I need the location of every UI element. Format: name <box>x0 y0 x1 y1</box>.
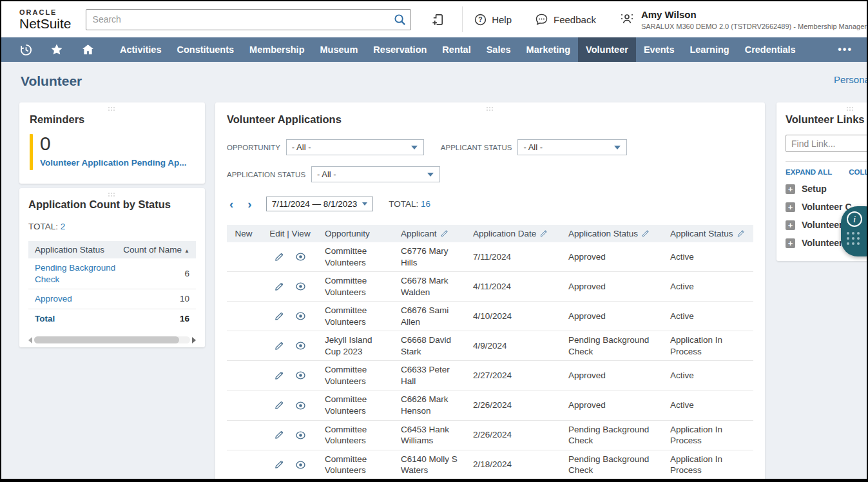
expand-plus-icon[interactable]: + <box>786 238 795 248</box>
cell-new <box>227 272 260 301</box>
expand-plus-icon[interactable]: + <box>786 184 795 194</box>
cell-new <box>227 242 260 271</box>
nav-tab-membership[interactable]: Membership <box>242 37 312 62</box>
view-icon[interactable] <box>295 340 306 351</box>
roles-icon <box>619 11 635 26</box>
application-count-title: Application Count by Status <box>28 198 196 211</box>
cell-applicant-status: Active <box>665 242 753 271</box>
dots-grid-icon[interactable] <box>847 232 862 247</box>
nav-tab-learning[interactable]: Learning <box>682 37 737 62</box>
nav-tab-constituents[interactable]: Constituents <box>169 37 242 62</box>
view-icon[interactable] <box>295 459 306 470</box>
view-icon[interactable] <box>295 251 306 262</box>
application-count-portlet: Application Count by Status TOTAL: 2 App… <box>19 188 205 347</box>
count-total-value[interactable]: 2 <box>61 222 66 231</box>
drag-handle-icon[interactable] <box>108 107 116 112</box>
drag-handle-icon[interactable] <box>847 107 854 112</box>
column-application-date[interactable]: Application Date <box>468 225 563 242</box>
search-input[interactable] <box>86 14 389 24</box>
volunteer-links-title: Volunteer Links <box>786 113 868 126</box>
cell-edit-view <box>260 450 320 479</box>
user-menu[interactable]: Amy Wilson SARALUX M360 DEMO 2.0 (TSTDRV… <box>619 9 867 30</box>
nav-tab-volunteer[interactable]: Volunteer <box>578 37 636 62</box>
netsuite-window: ORACLE NetSuite ? Help Feedback Amy Wils… <box>0 0 868 482</box>
column-application-status[interactable]: Application Status <box>563 225 665 242</box>
cell-opportunity: Committee Volunteers <box>320 421 396 450</box>
nav-tab-marketing[interactable]: Marketing <box>519 37 579 62</box>
applicant-status-filter-label: APPLICANT STATUS <box>441 144 512 151</box>
view-icon[interactable] <box>295 430 306 441</box>
scroll-left-icon[interactable] <box>28 337 32 343</box>
next-range-icon[interactable]: › <box>245 198 254 210</box>
logo-netsuite-text: NetSuite <box>19 17 72 30</box>
nav-tabs: ActivitiesConstituentsMembershipMuseumRe… <box>112 37 804 62</box>
view-icon[interactable] <box>295 370 306 381</box>
column-edit-view[interactable]: Edit | View <box>260 225 320 242</box>
edit-icon[interactable] <box>274 341 284 351</box>
edit-icon[interactable] <box>274 282 284 292</box>
nav-tab-activities[interactable]: Activities <box>112 37 169 62</box>
nav-more-button[interactable]: ••• <box>838 37 853 62</box>
date-range-select[interactable]: 7/11/2024 — 8/1/2023 <box>266 197 374 211</box>
find-link-input[interactable] <box>786 135 868 152</box>
apps-total-value[interactable]: 16 <box>421 199 430 209</box>
view-icon[interactable] <box>295 311 306 322</box>
drag-handle-icon[interactable] <box>108 193 116 198</box>
nav-tab-events[interactable]: Events <box>636 37 682 62</box>
help-button[interactable]: ? Help <box>474 14 512 26</box>
table-row: Committee VolunteersC6776 Mary Hills7/11… <box>227 242 753 272</box>
nav-tab-reservation[interactable]: Reservation <box>365 37 434 62</box>
scrollbar-thumb[interactable] <box>34 336 179 343</box>
cell-application-status: Pending Background Check <box>563 421 665 450</box>
status-link[interactable]: Approved <box>35 293 72 305</box>
help-label: Help <box>492 14 512 25</box>
home-icon[interactable] <box>72 37 103 62</box>
cell-applicant-status: Active <box>665 302 753 331</box>
links-tree-item[interactable]: +Setup <box>786 184 868 194</box>
cell-applicant-status: Active <box>665 361 753 390</box>
horizontal-scrollbar <box>28 336 196 344</box>
edit-icon[interactable] <box>274 252 284 262</box>
edit-icon[interactable] <box>274 400 284 410</box>
reminder-link[interactable]: Volunteer Application Pending Ap... <box>40 158 187 168</box>
column-applicant[interactable]: Applicant <box>396 225 468 242</box>
nav-tab-credentials[interactable]: Credentials <box>737 37 804 62</box>
view-icon[interactable] <box>295 281 306 292</box>
edit-icon[interactable] <box>274 430 284 440</box>
column-new[interactable]: New <box>227 225 260 242</box>
personalize-link[interactable]: Personal <box>834 74 868 85</box>
applicant-status-filter-select[interactable]: - All - <box>517 139 627 155</box>
application-status-filter-select[interactable]: - All - <box>311 166 440 182</box>
recent-records-icon[interactable] <box>10 37 41 62</box>
floating-info-widget[interactable]: i <box>841 206 868 256</box>
column-count-of-name[interactable]: Count of Name▲ <box>123 245 189 255</box>
edit-icon[interactable] <box>274 371 284 381</box>
column-opportunity[interactable]: Opportunity <box>320 225 396 242</box>
quick-add-icon[interactable] <box>430 12 445 27</box>
feedback-button[interactable]: Feedback <box>535 13 596 26</box>
info-icon[interactable]: i <box>847 211 862 227</box>
table-row: Committee VolunteersC6678 Mark Walden4/1… <box>227 272 753 302</box>
oracle-netsuite-logo[interactable]: ORACLE NetSuite <box>19 9 72 30</box>
opportunity-filter-select[interactable]: - All - <box>286 139 424 155</box>
scroll-right-icon[interactable] <box>192 337 196 343</box>
nav-tab-sales[interactable]: Sales <box>479 37 519 62</box>
edit-icon[interactable] <box>274 311 284 322</box>
nav-tab-rental[interactable]: Rental <box>434 37 478 62</box>
cell-edit-view <box>260 302 320 331</box>
view-icon[interactable] <box>295 400 306 411</box>
shortcuts-star-icon[interactable] <box>41 37 72 62</box>
drag-handle-icon[interactable] <box>487 107 494 112</box>
expand-all-link[interactable]: EXPAND ALL <box>786 168 832 176</box>
search-icon[interactable] <box>389 14 410 26</box>
column-application-status[interactable]: Application Status <box>35 245 104 255</box>
column-applicant-status[interactable]: Applicant Status <box>665 225 753 242</box>
collapse-all-link[interactable]: COLLAPSE <box>849 168 868 176</box>
edit-icon[interactable] <box>274 459 284 470</box>
count-total-label: TOTAL: <box>28 222 58 231</box>
expand-plus-icon[interactable]: + <box>786 202 795 212</box>
nav-tab-museum[interactable]: Museum <box>313 37 366 62</box>
previous-range-icon[interactable]: ‹ <box>227 198 236 210</box>
expand-plus-icon[interactable]: + <box>786 220 795 230</box>
status-link[interactable]: Pending Background Check <box>35 262 131 285</box>
